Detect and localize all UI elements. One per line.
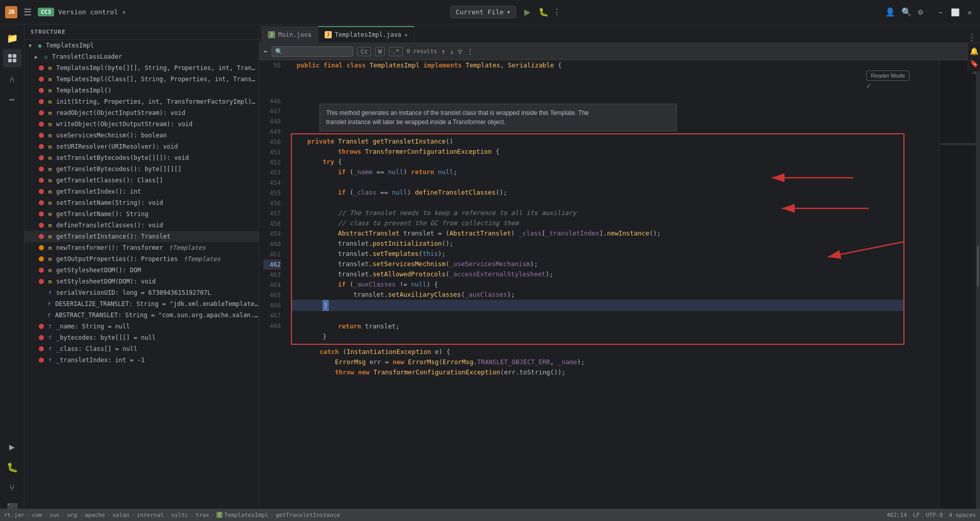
tree-item-definetransletclasses[interactable]: m defineTransletClasses(): void xyxy=(24,220,259,231)
breadcrumb-item[interactable]: com xyxy=(32,512,42,518)
tree-item-gettransletname[interactable]: m getTransletName(): String xyxy=(24,208,259,220)
minimize-button[interactable]: − xyxy=(935,8,945,16)
code-line-466: catch (InstantiationException e) { xyxy=(289,347,935,357)
filter-icon[interactable]: ▽ xyxy=(458,48,462,56)
breadcrumb-item[interactable]: apache xyxy=(85,512,105,518)
tree-item-deserialize-translet[interactable]: f DESERIALIZE_TRANSLET: String = "jdk.xm… xyxy=(24,298,259,310)
profile-icon[interactable]: 👤 xyxy=(885,7,895,17)
tree-item-transletclassloader[interactable]: ▶ ◎ TransletClassLoader xyxy=(24,51,259,62)
tree-item-getstylesheetdom[interactable]: m getStylesheetDOM(): DOM xyxy=(24,265,259,276)
tree-item-setstylesheetdom[interactable]: m setStylesheetDOM(DOM): void xyxy=(24,276,259,287)
tree-item-gettransletclasses[interactable]: m getTransletClasses(): Class[] xyxy=(24,175,259,186)
breadcrumb-item[interactable]: org xyxy=(67,512,77,518)
tree-item-seturiresolver[interactable]: m setURIResolver(URIResolver): void xyxy=(24,141,259,152)
current-file-button[interactable]: Current File ▾ xyxy=(450,6,517,18)
tabs-right-actions: ⋮ xyxy=(968,33,980,42)
activity-vcs-icon[interactable]: ⑃ xyxy=(3,69,21,88)
tree-item-settransletname[interactable]: m setTransletName(String): void xyxy=(24,197,259,208)
status-encoding[interactable]: UTF-8 xyxy=(926,512,943,518)
error-badge xyxy=(39,200,44,205)
field-icon: f xyxy=(46,322,54,330)
tree-label: readObject(ObjectInputStream): void xyxy=(56,109,185,116)
close-button[interactable]: ✕ xyxy=(965,8,975,16)
tree-label: serialVersionUID: long = 673094361519270… xyxy=(56,289,211,296)
tree-label: _transletIndex: int = -1 xyxy=(56,357,144,364)
tree-item-gettransletinstance[interactable]: m getTransletInstance(): Translet xyxy=(24,231,259,242)
run-button[interactable]: ▶ xyxy=(520,5,534,19)
tree-item-writeobject[interactable]: m writeObject(ObjectOutputStream): void xyxy=(24,119,259,130)
reader-mode-button[interactable]: Reader Mode ✓ xyxy=(805,60,910,102)
activity-run-icon[interactable]: ▶ xyxy=(3,437,21,456)
tree-item-name-field[interactable]: f _name: String = null xyxy=(24,321,259,332)
activity-debug-icon[interactable]: 🐛 xyxy=(3,458,21,476)
class-icon: ● xyxy=(36,41,44,50)
tree-item-init[interactable]: m init(String, Properties, int, Transfor… xyxy=(24,96,259,107)
search-down-icon[interactable]: ↓ xyxy=(450,48,454,56)
breadcrumb-item[interactable]: rt.jar xyxy=(4,512,24,518)
tab-main-java[interactable]: J Main.java xyxy=(261,26,318,42)
tree-item-serialversionuid[interactable]: f serialVersionUID: long = 6730943615192… xyxy=(24,287,259,298)
sidebar: Structure ▼ ● TemplatesImpl ▶ ◎ Translet… xyxy=(24,25,259,521)
bookmarks-icon[interactable]: 🔖 xyxy=(970,59,978,67)
reader-mode-btn[interactable]: Reader Mode xyxy=(866,70,910,81)
search-more-icon[interactable]: ⋮ xyxy=(467,48,474,56)
notifications-icon[interactable]: 🔔 xyxy=(970,47,978,55)
breadcrumb: rt.jar › com › sun › org › apache › xala… xyxy=(4,512,880,518)
activity-project-icon[interactable]: 📁 xyxy=(3,29,21,47)
search-input[interactable] xyxy=(285,48,346,55)
scrollbar-vertical[interactable] xyxy=(976,60,980,521)
tree-item-bytecodes-field[interactable]: f _bytecodes: byte[][] = null xyxy=(24,332,259,343)
case-sensitive-btn[interactable]: Cc xyxy=(357,47,371,56)
status-line-ending[interactable]: LF xyxy=(913,512,920,518)
tree-item-gettransletbytecodes[interactable]: m getTransletBytecodes(): byte[][][] xyxy=(24,163,259,175)
current-file-chevron: ▾ xyxy=(507,8,511,16)
tree-item-gettransletindex[interactable]: m getTransletIndex(): int xyxy=(24,186,259,197)
more-actions-icon[interactable]: ⋮ xyxy=(553,7,561,17)
scrollbar-thumb[interactable] xyxy=(977,246,979,287)
field-icon: f xyxy=(46,334,54,342)
project-name: Version control xyxy=(58,8,118,16)
tree-item-settransletbytecodes[interactable]: m setTransletBytecodes(byte[][]): void xyxy=(24,152,259,163)
tree-label: TemplatesImpl(byte[][], String, Properti… xyxy=(56,64,259,72)
search-everywhere-icon[interactable]: 🔍 xyxy=(901,7,912,17)
tree-item-constructor3[interactable]: m TemplatesImpl() xyxy=(24,85,259,96)
tree-item-getoutputprops[interactable]: m getOutputProperties(): Properties †Tem… xyxy=(24,253,259,265)
activity-structure-icon[interactable] xyxy=(3,49,21,67)
hamburger-menu[interactable]: ☰ xyxy=(21,5,34,19)
status-position[interactable]: 462:14 xyxy=(887,512,907,518)
breadcrumb-item[interactable]: xalan xyxy=(112,512,129,518)
code-line-453: // The translet needs to keep a referenc… xyxy=(292,208,903,218)
tab-templatesimpl-java[interactable]: J TemplatesImpl.java ✕ xyxy=(318,26,414,42)
current-file-label: Current File xyxy=(456,8,504,16)
breadcrumb-method-item[interactable]: getTransletInstance xyxy=(276,512,340,518)
tree-item-constructor2[interactable]: m TemplatesImpl(Class[], String, Propert… xyxy=(24,74,259,85)
tree-item-abstract-translet[interactable]: f ABSTRACT_TRANSLET: String = "com.sun.o… xyxy=(24,310,259,321)
activity-more-icon[interactable]: ⋯ xyxy=(3,90,21,108)
tree-item-useservices[interactable]: m useServicesMechnism(): boolean xyxy=(24,130,259,141)
tree-item-readobject[interactable]: m readObject(ObjectInputStream): void xyxy=(24,107,259,119)
tab-close-icon[interactable]: ✕ xyxy=(404,32,408,38)
breadcrumb-item[interactable]: sun xyxy=(50,512,60,518)
search-nav-left[interactable]: ⬅ xyxy=(263,48,267,56)
regex-btn[interactable]: .* xyxy=(389,47,402,56)
breadcrumb-item[interactable]: xsltc xyxy=(172,512,188,518)
error-badge xyxy=(39,144,44,149)
activity-git-icon[interactable]: ⑂ xyxy=(3,478,21,496)
tabs-more-icon[interactable]: ⋮ xyxy=(968,33,976,42)
tree-item-newtransformer[interactable]: m newTransformer(): Transformer †Templat… xyxy=(24,242,259,253)
code-content[interactable]: public final class TemplatesImpl impleme… xyxy=(285,60,939,521)
debug-icon[interactable]: 🐛 xyxy=(538,7,549,17)
status-indent[interactable]: 4 spaces xyxy=(949,512,976,518)
tree-item-constructor1[interactable]: m TemplatesImpl(byte[][], String, Proper… xyxy=(24,62,259,74)
tree-item-class-field[interactable]: f _class: Class[] = null xyxy=(24,343,259,354)
tree-item-templatesimpl[interactable]: ▼ ● TemplatesImpl xyxy=(24,40,259,51)
tree-item-transletindex-field[interactable]: f _transletIndex: int = -1 xyxy=(24,354,259,366)
breadcrumb-item[interactable]: internal xyxy=(137,512,164,518)
breadcrumb-item[interactable]: trax xyxy=(195,512,209,518)
whole-word-btn[interactable]: W xyxy=(375,47,385,56)
settings-icon[interactable]: ⚙ xyxy=(918,7,923,17)
restore-button[interactable]: ⬜ xyxy=(948,8,963,16)
search-up-icon[interactable]: ↑ xyxy=(441,48,445,56)
version-control-chevron[interactable]: ▾ xyxy=(122,9,126,16)
breadcrumb-class-item[interactable]: C TemplatesImpl xyxy=(216,512,268,518)
